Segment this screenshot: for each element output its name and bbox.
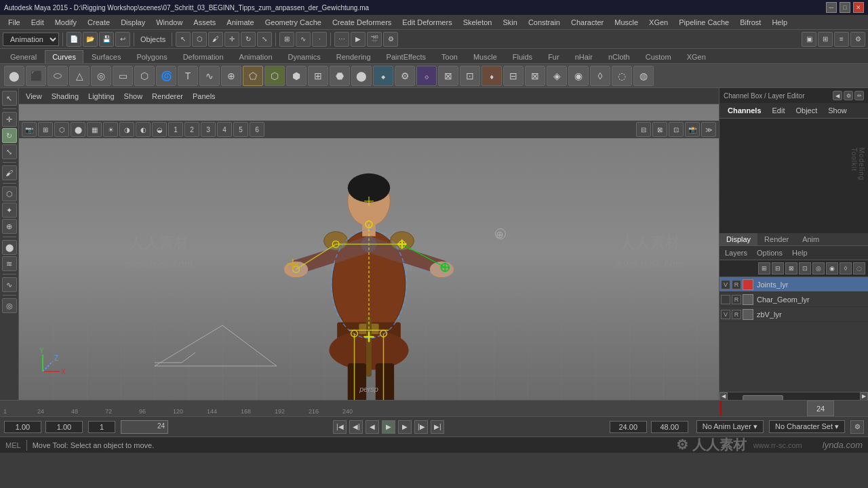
shelf-icon-group10[interactable]: ⊠ — [438, 66, 458, 86]
menu-geometry-cache[interactable]: Geometry Cache — [260, 17, 327, 28]
edit-btn[interactable]: Edit — [768, 105, 789, 116]
shelf-icon-group2[interactable]: ⬡ — [264, 66, 285, 86]
tab-surfaces[interactable]: Surfaces — [84, 50, 128, 63]
scroll-right-btn[interactable]: ▶ — [860, 392, 868, 401]
menu-xgen[interactable]: XGen — [644, 17, 673, 28]
snap-curve[interactable]: ∿ — [296, 32, 311, 47]
shelf-icon-cube[interactable]: ⬛ — [26, 66, 46, 86]
shelf-icon-group14[interactable]: ⊠ — [525, 66, 545, 86]
tab-ncloth[interactable]: nCloth — [601, 50, 637, 63]
display-tab[interactable]: Display — [719, 233, 757, 245]
shelf-icon-group3[interactable]: ⬢ — [286, 66, 307, 86]
shelf-icon-text[interactable]: T — [178, 66, 198, 86]
shelf-icon-group4[interactable]: ⊞ — [308, 66, 328, 86]
timeline[interactable]: 1 24 48 72 96 120 144 168 192 216 240 24 — [0, 400, 868, 416]
vp-menu-show[interactable]: Show — [120, 91, 147, 102]
shelf-icon-group7[interactable]: ⬥ — [373, 66, 393, 86]
next-key-btn[interactable]: |▶ — [414, 420, 428, 434]
tab-animation[interactable]: Animation — [232, 50, 280, 63]
tab-polygons[interactable]: Polygons — [129, 50, 174, 63]
tab-muscle[interactable]: Muscle — [466, 50, 505, 63]
panel-btn2[interactable]: ⚙ — [844, 91, 853, 100]
panel-btn1[interactable]: ◀ — [833, 91, 842, 100]
shelf-icon-nurbs[interactable]: ∿ — [199, 66, 220, 86]
channels-btn[interactable]: Channels — [724, 105, 766, 116]
char-set-dropdown[interactable]: No Character Set ▾ — [769, 420, 845, 433]
layer-icon7[interactable]: ◊ — [840, 262, 852, 274]
playhead[interactable] — [720, 401, 722, 416]
layer-visibility-zbv[interactable]: V — [721, 310, 730, 319]
menu-assets[interactable]: Assets — [188, 17, 221, 28]
prev-key-btn[interactable]: ◀| — [349, 420, 363, 434]
layer-row-zbv[interactable]: V R zbV_lyr — [719, 307, 868, 322]
current-frame-input[interactable]: 1 — [88, 421, 115, 433]
vp-iso-btn[interactable]: ⊟ — [636, 122, 651, 137]
menu-bifrost[interactable]: Bifrost — [734, 17, 766, 28]
prev-frame-btn[interactable]: ◀ — [366, 420, 379, 434]
layer-icon2[interactable]: ⊟ — [772, 262, 784, 274]
scroll-left-btn[interactable]: ◀ — [719, 392, 728, 401]
skip-end-btn[interactable]: ▶| — [431, 420, 444, 434]
paint-tool[interactable]: 🖌 — [208, 32, 223, 47]
scale-tool[interactable]: ⤡ — [257, 32, 272, 47]
anim-layer-dropdown[interactable]: No Anim Layer ▾ — [696, 420, 764, 433]
viewport-layout-1[interactable]: ▣ — [802, 32, 816, 47]
layer-color-chargeom[interactable] — [743, 294, 753, 305]
move-mode-btn[interactable]: ✛ — [2, 112, 17, 127]
shelf-icon-group12[interactable]: ⬧ — [481, 66, 502, 86]
menu-display[interactable]: Display — [115, 17, 151, 28]
menu-edit[interactable]: Edit — [26, 17, 50, 28]
layer-reference-zbv[interactable]: R — [732, 310, 741, 319]
layer-icon6[interactable]: ◉ — [826, 262, 838, 274]
menu-skeleton[interactable]: Skeleton — [458, 17, 498, 28]
vp-quality-high[interactable]: 3 — [201, 122, 216, 137]
save-button[interactable]: 💾 — [99, 32, 114, 47]
menu-constrain[interactable]: Constrain — [523, 17, 566, 28]
vp-grid-btn[interactable]: ⊞ — [38, 122, 53, 137]
tab-rendering[interactable]: Rendering — [329, 50, 378, 63]
menu-character[interactable]: Character — [566, 17, 609, 28]
menu-pipeline-cache[interactable]: Pipeline Cache — [673, 17, 734, 28]
shelf-icon-disk[interactable]: ⬡ — [134, 66, 155, 86]
layer-icon1[interactable]: ⊞ — [758, 262, 770, 274]
move-tool[interactable]: ✛ — [224, 32, 239, 47]
shelf-icon-group6[interactable]: ⬤ — [351, 66, 372, 86]
shelf-icon-group13[interactable]: ⊟ — [503, 66, 524, 86]
vp-camera-btn[interactable]: 📷 — [22, 122, 37, 137]
play-btn[interactable]: ▶ — [382, 420, 395, 434]
tab-dynamics[interactable]: Dynamics — [281, 50, 328, 63]
vp-more-btn[interactable]: ≫ — [701, 122, 716, 137]
panel-btn3[interactable]: ✏ — [854, 91, 864, 100]
vp-smooth-btn[interactable]: ⬤ — [71, 122, 85, 137]
show-btn[interactable]: Show — [824, 105, 851, 116]
vp-ao-btn[interactable]: ◐ — [136, 122, 151, 137]
layer-row-joints[interactable]: V R Joints_lyr — [719, 277, 868, 292]
tab-general[interactable]: General — [3, 50, 44, 63]
help-menu[interactable]: Help — [789, 247, 810, 258]
tab-fluids[interactable]: Fluids — [505, 50, 540, 63]
mode-dropdown[interactable]: Animation — [3, 33, 59, 46]
anim-tab[interactable]: Anim — [795, 233, 826, 245]
snap-grid[interactable]: ⊞ — [279, 32, 294, 47]
maximize-button[interactable]: □ — [840, 2, 850, 13]
horizontal-scrollbar[interactable]: ◀ ▶ — [719, 392, 868, 400]
undo-button[interactable]: ↩ — [115, 32, 130, 47]
viewport[interactable]: View Shading Lighting Show Renderer Pane… — [19, 88, 719, 400]
tab-xgen[interactable]: XGen — [679, 50, 713, 63]
tab-toon[interactable]: Toon — [434, 50, 465, 63]
shelf-icon-group5[interactable]: ⬣ — [330, 66, 350, 86]
vp-pip-btn[interactable]: ⊡ — [669, 122, 684, 137]
tab-curves[interactable]: Curves — [45, 50, 83, 63]
vp-layout-btn[interactable]: ⊠ — [652, 122, 667, 137]
layer-icon8[interactable]: ◌ — [853, 262, 865, 274]
vp-menu-lighting[interactable]: Lighting — [84, 91, 119, 102]
layer-icon5[interactable]: ◎ — [812, 262, 825, 274]
sculpt-btn[interactable]: ✦ — [2, 203, 17, 218]
vp-quality-mid[interactable]: 2 — [184, 122, 199, 137]
vp-snapshot-btn[interactable]: 📸 — [685, 122, 700, 137]
tab-painteffects[interactable]: PaintEffects — [379, 50, 434, 63]
menu-edit-deformers[interactable]: Edit Deformers — [397, 17, 457, 28]
minimize-button[interactable]: ─ — [826, 2, 837, 13]
layer-icon3[interactable]: ⊠ — [785, 262, 797, 274]
shelf-icon-group18[interactable]: ◌ — [612, 66, 632, 86]
